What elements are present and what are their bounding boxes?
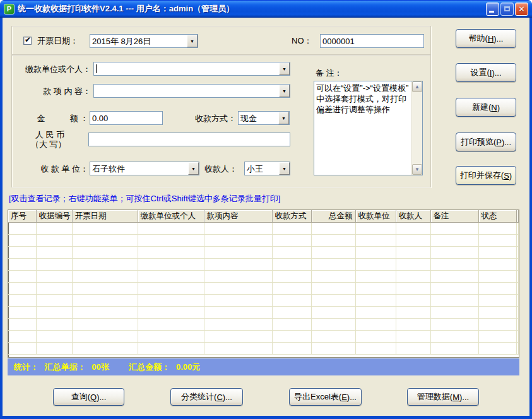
chevron-down-icon[interactable]: ▼	[188, 162, 199, 175]
table-cell	[204, 318, 272, 330]
manage-data-button[interactable]: 管理数据(M)...	[407, 388, 479, 406]
table-cell	[138, 270, 204, 282]
column-header[interactable]: 开票日期	[72, 210, 138, 222]
column-header[interactable]: 收款人	[396, 210, 430, 222]
pay-method-combo[interactable]: 现金 ▼	[238, 111, 290, 125]
records-table: 序号收据编号开票日期缴款单位或个人款项内容收款方式总金额收款单位收款人备注状态	[8, 210, 519, 355]
print-preview-button[interactable]: 打印预览(P)...	[456, 133, 516, 151]
column-header[interactable]: 收款方式	[272, 210, 311, 222]
table-row[interactable]	[8, 330, 519, 342]
table-cell	[204, 270, 272, 282]
title-bar: P 统一收款收据打印软件V2.4.1 --- 用户名：admin（管理员） ✕	[0, 0, 532, 18]
settings-button[interactable]: 设置(I)...	[456, 63, 516, 82]
date-label: 开票日期：	[37, 36, 78, 46]
rmb-label-line1: 人 民 币	[35, 130, 64, 140]
stats-count-label: 汇总单据：	[45, 362, 86, 372]
chevron-down-icon[interactable]: ▼	[278, 112, 289, 124]
table-cell	[36, 234, 72, 246]
table-cell	[72, 222, 138, 234]
maximize-icon	[504, 6, 510, 11]
rmb-words-input[interactable]	[88, 133, 290, 146]
column-header[interactable]: 序号	[8, 210, 36, 222]
remark-memo[interactable]: 可以在“设置”->“设置模板”中选择套打模式，对打印偏差进行调整等操作 ▲ ▼	[314, 81, 423, 175]
table-cell	[8, 294, 36, 306]
table-cell	[138, 342, 204, 354]
new-button[interactable]: 新建(N)	[456, 98, 516, 117]
column-header[interactable]: 缴款单位或个人	[138, 210, 204, 222]
table-cell	[396, 270, 430, 282]
table-row[interactable]	[8, 294, 519, 306]
column-header[interactable]: 状态	[478, 210, 516, 222]
close-icon: ✕	[516, 3, 528, 15]
amount-input[interactable]	[90, 111, 163, 125]
column-header[interactable]: 总金额	[311, 210, 355, 222]
scroll-down-icon[interactable]: ▼	[412, 164, 422, 175]
query-button[interactable]: 查询(Q)...	[53, 388, 124, 406]
table-cell	[430, 318, 478, 330]
column-header[interactable]: 备注	[430, 210, 478, 222]
minimize-button[interactable]	[486, 3, 499, 16]
table-cell	[272, 306, 311, 318]
payee-combo[interactable]: 小王 ▼	[244, 162, 290, 175]
table-row[interactable]	[8, 258, 519, 270]
table-cell	[430, 330, 478, 342]
table-cell	[478, 330, 516, 342]
chevron-down-icon[interactable]: ▼	[187, 35, 198, 47]
table-body	[8, 222, 519, 354]
payee-value: 小王	[245, 162, 279, 175]
table-row[interactable]	[8, 234, 519, 246]
table-cell	[516, 258, 519, 270]
table-cell	[311, 258, 355, 270]
column-header[interactable]: 款项内容	[204, 210, 272, 222]
table-cell	[8, 306, 36, 318]
table-cell	[355, 342, 396, 354]
column-header[interactable]: 收款单位	[355, 210, 396, 222]
column-header[interactable]: 收据编号	[36, 210, 72, 222]
table-row[interactable]	[8, 318, 519, 330]
table-cell	[478, 222, 516, 234]
payer-combo[interactable]: ▼	[93, 62, 290, 76]
payee-unit-combo[interactable]: 石子软件 ▼	[90, 162, 199, 175]
chevron-down-icon[interactable]: ▼	[279, 62, 290, 75]
export-excel-button[interactable]: 导出Excel表(E)...	[289, 388, 362, 406]
date-checkbox[interactable]: ✔	[23, 37, 32, 45]
invoice-date-combo[interactable]: 2015年 8月26日 ▼	[90, 34, 198, 48]
close-button[interactable]: ✕	[515, 3, 528, 16]
table-cell	[311, 282, 355, 294]
table-cell	[311, 330, 355, 342]
no-label: NO：	[292, 36, 312, 46]
table-cell	[430, 294, 478, 306]
table-cell	[36, 222, 72, 234]
table-cell	[204, 330, 272, 342]
table-row[interactable]	[8, 342, 519, 354]
help-button[interactable]: 帮助(H)...	[456, 29, 516, 48]
remark-scrollbar[interactable]: ▲ ▼	[411, 81, 422, 175]
remark-text[interactable]: 可以在“设置”->“设置模板”中选择套打模式，对打印偏差进行调整等操作	[314, 81, 411, 175]
receipt-no-input[interactable]	[320, 34, 424, 48]
category-stats-button[interactable]: 分类统计(C)...	[170, 388, 243, 406]
table-row[interactable]	[8, 246, 519, 258]
payer-value	[94, 62, 279, 75]
print-save-button[interactable]: 打印并保存(S)	[456, 166, 516, 185]
table-cell	[355, 318, 396, 330]
table-cell	[72, 294, 138, 306]
item-combo[interactable]: ▼	[93, 84, 290, 98]
table-row[interactable]	[8, 270, 519, 282]
payee-unit-label: 收 款 单 位：	[14, 164, 88, 174]
table-cell	[396, 234, 430, 246]
scroll-up-icon[interactable]: ▲	[412, 81, 422, 92]
maximize-button[interactable]	[500, 3, 514, 16]
records-listview[interactable]: 序号收据编号开票日期缴款单位或个人款项内容收款方式总金额收款单位收款人备注状态	[8, 210, 519, 358]
table-cell	[478, 294, 516, 306]
chevron-down-icon[interactable]: ▼	[279, 162, 290, 175]
table-row[interactable]	[8, 222, 519, 234]
table-row[interactable]	[8, 306, 519, 318]
table-cell	[8, 318, 36, 330]
table-cell	[355, 222, 396, 234]
chevron-down-icon[interactable]: ▼	[279, 85, 290, 97]
table-cell	[478, 270, 516, 282]
table-cell	[396, 294, 430, 306]
column-header[interactable]	[516, 210, 519, 222]
table-cell	[72, 306, 138, 318]
table-row[interactable]	[8, 282, 519, 294]
